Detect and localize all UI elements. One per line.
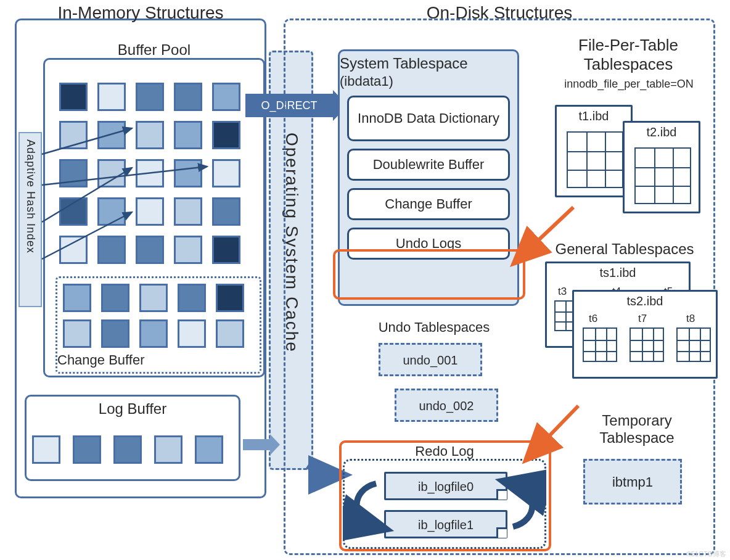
ts1-ibd-label: ts1.ibd — [547, 266, 689, 280]
ts1-table-t3: t3 — [558, 286, 567, 298]
table-grid-icon — [567, 131, 623, 188]
on-disk-title: On-Disk Structures — [285, 3, 713, 23]
buffer-page-icon — [174, 159, 202, 187]
buffer-page-icon — [59, 197, 88, 226]
buffer-page-icon — [174, 197, 202, 226]
undo-002: undo_002 — [395, 389, 498, 422]
table-grid-icon — [676, 327, 711, 362]
system-tablespace-subtitle: (ibdata1) — [340, 73, 517, 89]
ibtmp1: ibtmp1 — [583, 459, 682, 504]
buffer-page-icon — [216, 319, 244, 348]
general-tablespaces-title: General Tablespaces — [535, 241, 714, 258]
buffer-page-icon — [212, 197, 240, 226]
buffer-page-icon — [63, 319, 91, 348]
ts2-table-t7: t7 — [638, 313, 647, 325]
table-grid-icon — [634, 147, 691, 204]
buffer-page-icon — [136, 121, 164, 149]
change-buffer-disk: Change Buffer — [347, 188, 510, 220]
buffer-page-icon — [97, 197, 126, 226]
undo-001: undo_001 — [379, 343, 482, 376]
file-per-table-title: File-Per-Table Tablespaces — [545, 36, 712, 74]
undo-tablespaces-title: Undo Tablespaces — [354, 319, 514, 336]
buffer-pool-title: Buffer Pool — [45, 41, 263, 59]
log-to-cache-arrow-icon — [243, 439, 270, 450]
buffer-page-icon — [97, 159, 126, 187]
buffer-page-icon — [136, 197, 164, 226]
buffer-page-icon — [212, 236, 240, 264]
redo-log-highlight — [339, 440, 551, 551]
watermark: ©51CTO博客 — [686, 550, 726, 559]
ts2-ibd-label: ts2.ibd — [574, 294, 716, 308]
buffer-page-icon — [178, 319, 206, 348]
ts2-table-t8: t8 — [686, 313, 695, 325]
buffer-page-icon — [136, 159, 164, 187]
buffer-page-icon — [63, 284, 91, 312]
buffer-page-icon — [59, 121, 88, 149]
table-grid-icon — [583, 327, 617, 362]
file-per-table-setting: innodb_file_per_table=ON — [536, 78, 721, 91]
temporary-tablespace-title: Temporary Tablespace — [572, 412, 702, 447]
log-page-icon — [113, 435, 142, 464]
change-buffer-title: Change Buffer — [57, 352, 260, 368]
log-page-icon — [73, 435, 101, 464]
adaptive-hash-index: Adaptive Hash Index — [18, 132, 42, 307]
log-page-icon — [32, 435, 60, 464]
buffer-page-icon — [174, 121, 202, 149]
buffer-page-icon — [59, 83, 88, 111]
buffer-page-icon — [174, 236, 202, 264]
log-buffer-title: Log Buffer — [27, 400, 239, 418]
buffer-page-icon — [101, 319, 129, 348]
system-tablespace-title: System Tablespace — [340, 55, 517, 72]
buffer-page-icon — [59, 159, 88, 187]
t1-ibd-label: t1.ibd — [557, 109, 631, 123]
t2-ibd-label: t2.ibd — [625, 125, 699, 139]
t2-ibd-file: t2.ibd — [623, 121, 700, 213]
innodb-data-dictionary: InnoDB Data Dictionary — [347, 96, 510, 141]
doublewrite-buffer: Doublewrite Buffer — [347, 149, 510, 181]
buffer-page-icon — [212, 83, 240, 111]
buffer-page-icon — [136, 236, 164, 264]
t1-ibd-file: t1.ibd — [555, 105, 633, 197]
buffer-page-icon — [97, 236, 126, 264]
buffer-page-icon — [97, 121, 126, 149]
buffer-page-icon — [139, 284, 168, 312]
table-grid-icon — [630, 327, 664, 362]
buffer-page-icon — [212, 121, 240, 149]
undo-logs-highlight — [333, 249, 525, 300]
ts2-ibd-file: ts2.ibd t6 t7 t8 — [572, 290, 718, 379]
buffer-page-icon — [174, 83, 202, 111]
buffer-page-icon — [101, 284, 129, 312]
buffer-page-icon — [212, 159, 240, 187]
ts2-table-t6: t6 — [589, 313, 597, 325]
buffer-page-icon — [178, 284, 206, 312]
log-page-icon — [195, 435, 223, 464]
adaptive-hash-index-label: Adaptive Hash Index — [24, 139, 37, 253]
in-memory-title: In-Memory Structures — [17, 3, 265, 23]
buffer-page-icon — [216, 284, 244, 312]
buffer-page-icon — [139, 319, 168, 348]
buffer-page-icon — [59, 236, 88, 264]
log-page-icon — [154, 435, 182, 464]
buffer-page-icon — [136, 83, 164, 111]
buffer-page-icon — [97, 83, 126, 111]
